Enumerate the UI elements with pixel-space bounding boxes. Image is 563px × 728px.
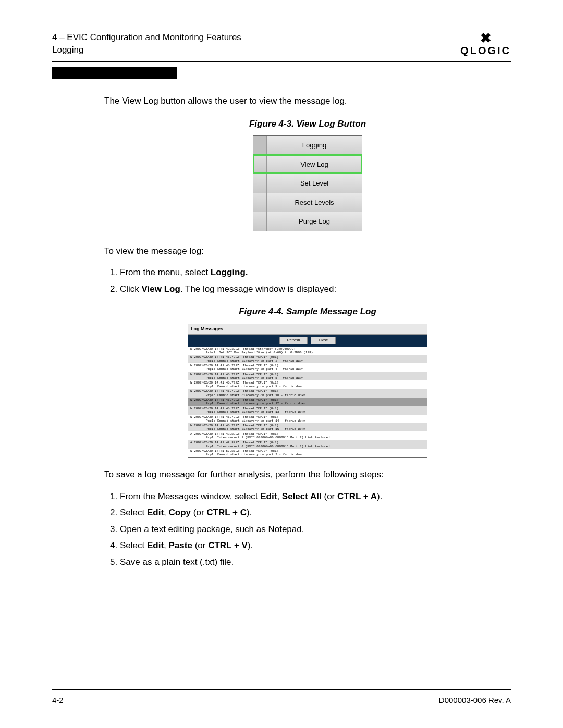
log-entry: W|2007/02/20 14:41:46.708Z: Thread "CPU1… [188,398,427,406]
menu-handle-icon [253,155,267,174]
list-item: From the menu, select Logging. [120,266,511,279]
redaction-bar [52,67,177,79]
to-view-text: To view the message log: [104,244,511,258]
log-entry: W|2007/02/20 14:41:57.878Z: Thread "CPU2… [188,449,427,457]
page-number: 4-2 [52,696,64,705]
log-toolbar: Refresh Close [188,335,427,347]
menu-label: View Log [267,155,362,174]
chapter-title: 4 – EVIC Configuration and Monitoring Fe… [52,31,241,44]
log-entry: W|2007/02/20 14:41:46.708Z: Thread "CPU1… [188,372,427,380]
log-body: D|2007/02/20 14:41:43.308Z: Thread "star… [188,347,427,458]
list-item: Open a text editing package, such as Not… [120,523,511,536]
close-button[interactable]: Close [311,337,336,344]
save-steps-list: From the Messages window, select Edit, S… [120,490,511,569]
to-save-text: To save a log message for further analys… [104,468,511,482]
log-entry: W|2007/02/20 14:41:46.708Z: Thread "CPU1… [188,423,427,431]
list-item: Select Edit, Copy (or CTRL + C). [120,506,511,520]
list-item: Select Edit, Paste (or CTRL + V). [120,539,511,552]
log-entry: A|2007/02/20 14:41:48.888Z: Thread "CPU1… [188,440,427,449]
menu-item-purge-log[interactable]: Purge Log [253,212,362,231]
page-footer: 4-2 D000003-006 Rev. A [52,689,511,705]
log-entry: D|2007/02/20 14:41:43.308Z: Thread "star… [188,347,427,355]
log-entry: A|2007/02/20 14:41:48.888Z: Thread "CPU1… [188,431,427,440]
logging-menu-figure: Logging View Log Set Level Reset Levels … [253,135,362,231]
menu-handle-icon [253,212,267,231]
brand-text: QLOGIC [460,45,511,57]
menu-label: Purge Log [267,212,362,231]
menu-handle-icon [253,193,267,212]
section-title: Logging [52,44,241,56]
page-header: 4 – EVIC Configuration and Monitoring Fe… [52,31,511,62]
log-entry: W|2007/02/20 14:41:46.708Z: Thread "CPU1… [188,415,427,423]
log-window-title: Log Messages [188,324,427,335]
menu-item-set-level[interactable]: Set Level [253,174,362,193]
logo-icon: ✖ [460,31,511,45]
figure-4-4-caption: Figure 4-4. Sample Message Log [104,305,511,318]
menu-label: Logging [267,136,362,155]
brand-logo: ✖ QLOGIC [460,31,511,57]
log-entry: W|2007/02/20 14:41:46.708Z: Thread "CPU1… [188,406,427,414]
log-entry: W|2007/02/20 14:41:46.708Z: Thread "CPU1… [188,355,427,363]
refresh-button[interactable]: Refresh [279,337,308,344]
intro-text: The View Log button allows the user to v… [104,94,511,108]
log-entry: W|2007/02/20 14:41:46.708Z: Thread "CPU1… [188,389,427,397]
view-steps-list: From the menu, select Logging. Click Vie… [120,266,511,295]
list-item: Click View Log. The log message window i… [120,282,511,296]
log-messages-window: Log Messages Refresh Close D|2007/02/20 … [188,324,427,458]
menu-item-logging[interactable]: Logging [253,136,362,155]
figure-4-3-caption: Figure 4-3. View Log Button [104,117,511,131]
menu-item-view-log[interactable]: View Log [253,155,362,174]
list-item: From the Messages window, select Edit, S… [120,490,511,503]
menu-item-reset-levels[interactable]: Reset Levels [253,193,362,212]
doc-revision: D000003-006 Rev. A [439,696,511,705]
menu-label: Reset Levels [267,193,362,212]
log-entry: W|2007/02/20 14:41:46.708Z: Thread "CPU1… [188,363,427,372]
menu-label: Set Level [267,174,362,193]
menu-handle-icon [253,174,267,193]
log-entry: W|2007/02/20 14:41:46.708Z: Thread "CPU1… [188,380,427,389]
list-item: Save as a plain text (.txt) file. [120,556,511,569]
menu-handle-icon [253,136,267,155]
